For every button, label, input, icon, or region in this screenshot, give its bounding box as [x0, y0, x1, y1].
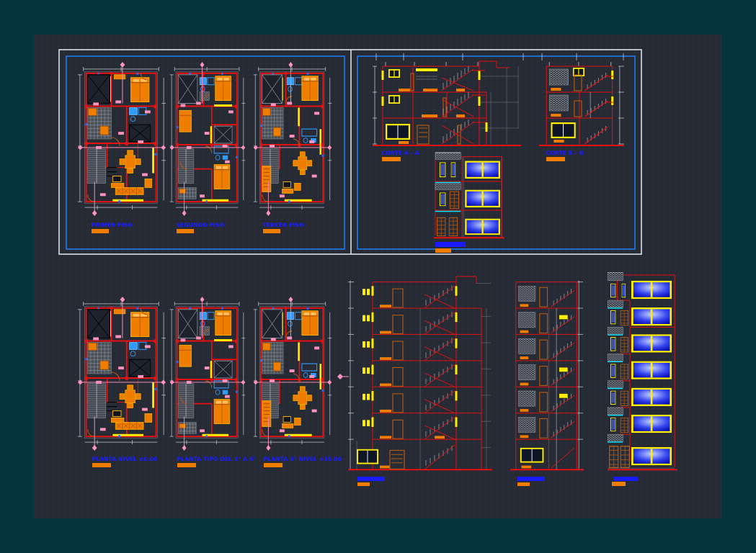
- label-corte-a: CORTE A - A: [382, 150, 419, 156]
- underline-bar: [546, 157, 565, 161]
- underline-bar: [92, 463, 111, 467]
- label-segundo-piso: SEGUNDO PISO: [177, 222, 225, 228]
- label-primer-piso: PRIMER PISO: [92, 222, 133, 228]
- title-bar-orange: [612, 482, 626, 486]
- label-tercer-piso: TERCER PISO: [263, 222, 304, 228]
- title-bar-blue: [517, 477, 545, 481]
- cad-canvas: PRIMER PISO SEGUNDO PISO TERCER PISO COR…: [0, 0, 756, 553]
- underline-bar: [382, 157, 401, 161]
- title-bar-blue: [614, 477, 638, 481]
- label-planta-nivel-0: PLANTA NIVEL ±0.00: [92, 456, 158, 462]
- underline-bar: [177, 229, 194, 233]
- label-corte-b: CORTE B - B: [546, 150, 584, 156]
- label-planta-tipo: PLANTA TIPO DEL 1° A 6°: [177, 456, 257, 462]
- underline-bar: [92, 229, 109, 233]
- underline-bar: [264, 463, 283, 467]
- title-bar-blue: [435, 242, 466, 247]
- title-bar-orange: [357, 482, 370, 486]
- label-planta-nivel-6: PLANTA 6° NIVEL +15.00: [264, 456, 342, 462]
- underline-bar: [263, 229, 280, 233]
- title-bar-orange: [435, 248, 451, 253]
- cad-drawing: PRIMER PISO SEGUNDO PISO TERCER PISO COR…: [0, 0, 756, 553]
- underline-bar: [177, 463, 196, 467]
- title-bar-orange: [517, 482, 530, 486]
- title-bar-blue: [357, 477, 385, 481]
- front-elevation-3-levels: [434, 153, 504, 238]
